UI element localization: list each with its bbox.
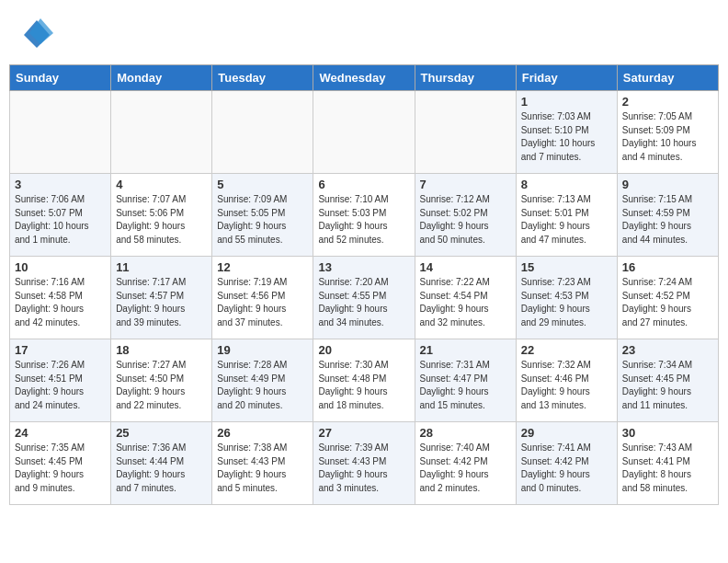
day-number: 4 bbox=[116, 178, 207, 191]
day-number: 20 bbox=[318, 343, 409, 357]
calendar-cell: 5Sunrise: 7:09 AM Sunset: 5:05 PM Daylig… bbox=[212, 174, 313, 257]
day-info: Sunrise: 7:07 AM Sunset: 5:06 PM Dayligh… bbox=[116, 193, 207, 247]
day-number: 26 bbox=[217, 426, 308, 440]
day-number: 29 bbox=[521, 426, 612, 440]
calendar-cell: 12Sunrise: 7:19 AM Sunset: 4:56 PM Dayli… bbox=[212, 257, 313, 339]
calendar-cell: 22Sunrise: 7:32 AM Sunset: 4:46 PM Dayli… bbox=[516, 339, 617, 422]
day-info: Sunrise: 7:03 AM Sunset: 5:10 PM Dayligh… bbox=[521, 110, 612, 164]
week-row-1: 3Sunrise: 7:06 AM Sunset: 5:07 PM Daylig… bbox=[10, 174, 719, 257]
day-number: 10 bbox=[15, 260, 106, 274]
calendar-cell bbox=[212, 91, 313, 174]
calendar-cell: 1Sunrise: 7:03 AM Sunset: 5:10 PM Daylig… bbox=[516, 91, 617, 174]
day-info: Sunrise: 7:13 AM Sunset: 5:01 PM Dayligh… bbox=[521, 193, 612, 247]
calendar-cell: 23Sunrise: 7:34 AM Sunset: 4:45 PM Dayli… bbox=[617, 339, 718, 422]
day-info: Sunrise: 7:43 AM Sunset: 4:41 PM Dayligh… bbox=[622, 442, 713, 495]
day-info: Sunrise: 7:28 AM Sunset: 4:49 PM Dayligh… bbox=[217, 359, 308, 412]
day-info: Sunrise: 7:16 AM Sunset: 4:58 PM Dayligh… bbox=[15, 276, 106, 329]
logo bbox=[18, 17, 57, 55]
calendar-cell: 18Sunrise: 7:27 AM Sunset: 4:50 PM Dayli… bbox=[111, 339, 212, 422]
day-info: Sunrise: 7:32 AM Sunset: 4:46 PM Dayligh… bbox=[521, 359, 612, 412]
weekday-row: SundayMondayTuesdayWednesdayThursdayFrid… bbox=[10, 65, 719, 91]
day-number: 14 bbox=[420, 260, 511, 274]
calendar-table: SundayMondayTuesdayWednesdayThursdayFrid… bbox=[9, 64, 719, 505]
calendar-cell: 29Sunrise: 7:41 AM Sunset: 4:42 PM Dayli… bbox=[516, 422, 617, 505]
day-info: Sunrise: 7:30 AM Sunset: 4:48 PM Dayligh… bbox=[318, 359, 409, 412]
calendar-cell: 3Sunrise: 7:06 AM Sunset: 5:07 PM Daylig… bbox=[10, 174, 111, 257]
calendar-cell: 19Sunrise: 7:28 AM Sunset: 4:49 PM Dayli… bbox=[212, 339, 313, 422]
day-info: Sunrise: 7:41 AM Sunset: 4:42 PM Dayligh… bbox=[521, 442, 612, 495]
calendar-cell: 21Sunrise: 7:31 AM Sunset: 4:47 PM Dayli… bbox=[415, 339, 516, 422]
day-number: 21 bbox=[420, 343, 511, 357]
day-number: 17 bbox=[15, 343, 106, 357]
calendar-cell bbox=[111, 91, 212, 174]
day-number: 19 bbox=[217, 343, 308, 357]
calendar-cell: 8Sunrise: 7:13 AM Sunset: 5:01 PM Daylig… bbox=[516, 174, 617, 257]
day-info: Sunrise: 7:26 AM Sunset: 4:51 PM Dayligh… bbox=[15, 359, 106, 412]
day-number: 13 bbox=[318, 260, 409, 274]
day-info: Sunrise: 7:10 AM Sunset: 5:03 PM Dayligh… bbox=[318, 193, 409, 247]
calendar-cell bbox=[10, 91, 111, 174]
logo-icon bbox=[18, 17, 53, 52]
calendar-cell: 27Sunrise: 7:39 AM Sunset: 4:43 PM Dayli… bbox=[313, 422, 415, 505]
calendar-cell: 28Sunrise: 7:40 AM Sunset: 4:42 PM Dayli… bbox=[415, 422, 516, 505]
calendar-cell: 24Sunrise: 7:35 AM Sunset: 4:45 PM Dayli… bbox=[10, 422, 111, 505]
week-row-3: 17Sunrise: 7:26 AM Sunset: 4:51 PM Dayli… bbox=[10, 339, 719, 422]
weekday-header-wednesday: Wednesday bbox=[313, 65, 415, 91]
day-number: 2 bbox=[622, 95, 713, 109]
calendar-body: 1Sunrise: 7:03 AM Sunset: 5:10 PM Daylig… bbox=[10, 91, 719, 505]
weekday-header-thursday: Thursday bbox=[415, 65, 516, 91]
calendar-wrapper: SundayMondayTuesdayWednesdayThursdayFrid… bbox=[0, 64, 728, 514]
day-number: 3 bbox=[15, 178, 106, 191]
day-info: Sunrise: 7:24 AM Sunset: 4:52 PM Dayligh… bbox=[622, 276, 713, 329]
weekday-header-friday: Friday bbox=[516, 65, 617, 91]
day-info: Sunrise: 7:23 AM Sunset: 4:53 PM Dayligh… bbox=[521, 276, 612, 329]
calendar-cell: 15Sunrise: 7:23 AM Sunset: 4:53 PM Dayli… bbox=[516, 257, 617, 339]
calendar-cell: 17Sunrise: 7:26 AM Sunset: 4:51 PM Dayli… bbox=[10, 339, 111, 422]
day-number: 30 bbox=[622, 426, 713, 440]
calendar-cell: 30Sunrise: 7:43 AM Sunset: 4:41 PM Dayli… bbox=[617, 422, 718, 505]
day-number: 1 bbox=[521, 95, 612, 109]
day-number: 25 bbox=[116, 426, 207, 440]
day-number: 5 bbox=[217, 178, 308, 191]
day-number: 16 bbox=[622, 260, 713, 274]
day-number: 6 bbox=[318, 178, 409, 191]
calendar-cell: 20Sunrise: 7:30 AM Sunset: 4:48 PM Dayli… bbox=[313, 339, 415, 422]
weekday-header-monday: Monday bbox=[111, 65, 212, 91]
calendar-cell: 26Sunrise: 7:38 AM Sunset: 4:43 PM Dayli… bbox=[212, 422, 313, 505]
day-number: 18 bbox=[116, 343, 207, 357]
week-row-2: 10Sunrise: 7:16 AM Sunset: 4:58 PM Dayli… bbox=[10, 257, 719, 339]
day-info: Sunrise: 7:20 AM Sunset: 4:55 PM Dayligh… bbox=[318, 276, 409, 329]
day-info: Sunrise: 7:31 AM Sunset: 4:47 PM Dayligh… bbox=[420, 359, 511, 412]
day-number: 7 bbox=[420, 178, 511, 191]
day-info: Sunrise: 7:17 AM Sunset: 4:57 PM Dayligh… bbox=[116, 276, 207, 329]
calendar-cell: 25Sunrise: 7:36 AM Sunset: 4:44 PM Dayli… bbox=[111, 422, 212, 505]
day-info: Sunrise: 7:34 AM Sunset: 4:45 PM Dayligh… bbox=[622, 359, 713, 412]
page-header bbox=[0, 0, 728, 64]
weekday-header-tuesday: Tuesday bbox=[212, 65, 313, 91]
day-info: Sunrise: 7:27 AM Sunset: 4:50 PM Dayligh… bbox=[116, 359, 207, 412]
day-number: 11 bbox=[116, 260, 207, 274]
day-number: 15 bbox=[521, 260, 612, 274]
day-info: Sunrise: 7:19 AM Sunset: 4:56 PM Dayligh… bbox=[217, 276, 308, 329]
calendar-cell: 7Sunrise: 7:12 AM Sunset: 5:02 PM Daylig… bbox=[415, 174, 516, 257]
day-info: Sunrise: 7:38 AM Sunset: 4:43 PM Dayligh… bbox=[217, 442, 308, 495]
weekday-header-sunday: Sunday bbox=[10, 65, 111, 91]
calendar-cell: 10Sunrise: 7:16 AM Sunset: 4:58 PM Dayli… bbox=[10, 257, 111, 339]
calendar-header: SundayMondayTuesdayWednesdayThursdayFrid… bbox=[10, 65, 719, 91]
day-number: 27 bbox=[318, 426, 409, 440]
calendar-cell: 16Sunrise: 7:24 AM Sunset: 4:52 PM Dayli… bbox=[617, 257, 718, 339]
calendar-cell bbox=[313, 91, 415, 174]
day-number: 9 bbox=[622, 178, 713, 191]
day-number: 28 bbox=[420, 426, 511, 440]
day-number: 23 bbox=[622, 343, 713, 357]
day-number: 12 bbox=[217, 260, 308, 274]
day-info: Sunrise: 7:12 AM Sunset: 5:02 PM Dayligh… bbox=[420, 193, 511, 247]
day-info: Sunrise: 7:09 AM Sunset: 5:05 PM Dayligh… bbox=[217, 193, 308, 247]
calendar-cell: 13Sunrise: 7:20 AM Sunset: 4:55 PM Dayli… bbox=[313, 257, 415, 339]
day-number: 22 bbox=[521, 343, 612, 357]
day-info: Sunrise: 7:05 AM Sunset: 5:09 PM Dayligh… bbox=[622, 110, 713, 164]
week-row-0: 1Sunrise: 7:03 AM Sunset: 5:10 PM Daylig… bbox=[10, 91, 719, 174]
day-info: Sunrise: 7:40 AM Sunset: 4:42 PM Dayligh… bbox=[420, 442, 511, 495]
calendar-cell bbox=[415, 91, 516, 174]
day-number: 8 bbox=[521, 178, 612, 191]
